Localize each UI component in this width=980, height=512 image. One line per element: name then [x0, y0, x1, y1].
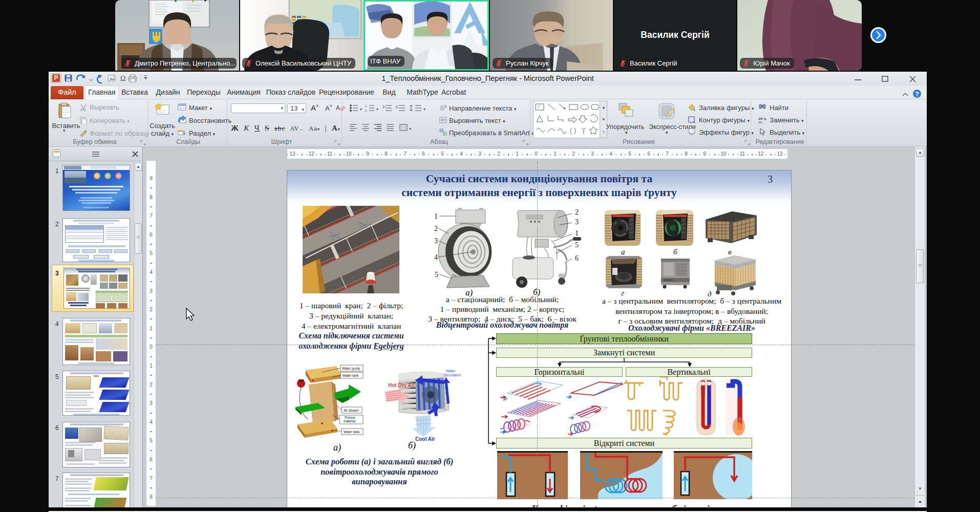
svg-text:а: а — [621, 248, 625, 256]
svg-text:2: 2 — [575, 208, 579, 216]
svg-text:▾: ▾ — [409, 126, 411, 131]
svg-text:6: 6 — [575, 254, 579, 262]
svg-text:ac: ac — [758, 120, 762, 123]
svg-text:Water pump: Water pump — [342, 367, 360, 371]
svg-text:▾: ▾ — [376, 107, 378, 112]
svg-text:Hot Dry Air: Hot Dry Air — [388, 382, 415, 388]
svg-text:в: в — [728, 248, 732, 256]
svg-text:2: 2 — [434, 225, 438, 232]
svg-text:3: 3 — [434, 237, 438, 245]
svg-text:3: 3 — [575, 218, 579, 226]
svg-text:?: ? — [915, 91, 919, 98]
svg-text:Circulation: Circulation — [444, 373, 461, 377]
svg-text:A: A — [336, 104, 340, 112]
svg-text:1: 1 — [365, 104, 367, 108]
svg-text:1: 1 — [575, 229, 579, 237]
svg-text:Water: Water — [446, 369, 456, 373]
svg-text:Air stream: Air stream — [344, 409, 359, 412]
svg-text:5: 5 — [435, 271, 438, 279]
svg-text:1: 1 — [434, 212, 438, 220]
svg-text:▾: ▾ — [423, 107, 425, 112]
svg-text:▾: ▾ — [360, 107, 362, 112]
svg-text:2: 2 — [365, 109, 367, 112]
svg-text:Water tank: Water tank — [344, 430, 360, 434]
svg-text:4: 4 — [434, 253, 438, 261]
svg-text:5: 5 — [575, 241, 579, 249]
svg-text:material: material — [344, 419, 356, 423]
svg-text:Porous: Porous — [345, 416, 355, 419]
svg-text:Water tank: Water tank — [343, 374, 359, 377]
svg-text:б: б — [673, 248, 677, 256]
